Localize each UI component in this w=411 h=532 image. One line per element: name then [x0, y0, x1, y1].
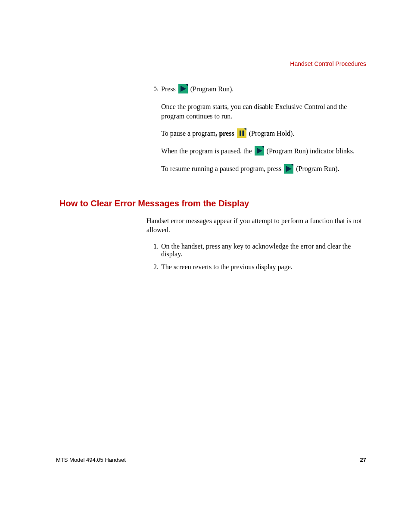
text: (Program Run). — [294, 165, 339, 172]
step-number: 5. — [146, 84, 159, 182]
step-number: 2. — [146, 263, 159, 271]
step-number: 1. — [146, 243, 159, 258]
play-icon — [284, 164, 293, 174]
step-body: On the handset, press any key to acknowl… — [161, 243, 362, 258]
page-number: 27 — [360, 457, 366, 463]
section-heading: How to Clear Error Messages from the Dis… — [59, 199, 366, 208]
text: To pause a program — [161, 130, 215, 137]
step-list-continued: 5. Press (Program Run). Once the program… — [146, 84, 362, 182]
pause-icon — [237, 128, 246, 138]
text: Press — [161, 85, 176, 93]
running-header: Handset Control Procedures — [56, 60, 366, 67]
step-1: 1. On the handset, press any key to ackn… — [146, 243, 362, 258]
step-2: 2. The screen reverts to the previous di… — [146, 263, 362, 271]
text: To resume running a paused program, pres… — [161, 165, 283, 172]
page-footer: MTS Model 494.05 Handset 27 — [56, 457, 366, 463]
text: (Program Run). — [189, 85, 234, 93]
page-content: Handset Control Procedures 5. Press (Pro… — [56, 60, 366, 276]
text: When the program is paused, the — [161, 147, 254, 155]
play-icon — [255, 146, 264, 156]
text: (Program Run) indicator blinks. — [265, 147, 355, 155]
section-intro: Handset error messages appear if you att… — [146, 216, 362, 235]
step-5: 5. Press (Program Run). Once the program… — [146, 84, 362, 182]
footer-left: MTS Model 494.05 Handset — [56, 457, 126, 463]
step-list-clear-errors: 1. On the handset, press any key to ackn… — [146, 243, 362, 271]
step-body: Press (Program Run). Once the program st… — [161, 84, 362, 182]
text-bold: , press — [215, 130, 236, 137]
text: (Program Hold). — [247, 130, 295, 137]
step-body: The screen reverts to the previous displ… — [161, 263, 362, 271]
paragraph: Once the program starts, you can disable… — [161, 102, 362, 121]
play-icon — [178, 84, 188, 93]
